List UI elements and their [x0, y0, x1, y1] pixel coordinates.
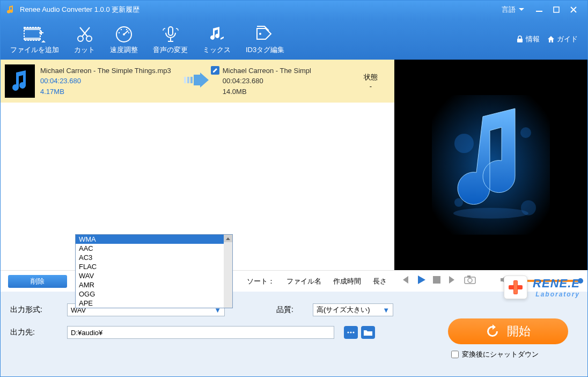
chevron-down-icon [519, 8, 524, 11]
output-dest-label: 出力先: [10, 328, 57, 337]
svg-point-10 [121, 29, 122, 30]
svg-point-6 [86, 36, 92, 41]
svg-point-8 [123, 33, 125, 35]
main-toolbar: ファイルを追加 カット 速度調整 音声の変更 ミックス ID3タグ編集 情報 ガ… [1, 19, 587, 60]
sort-by-created[interactable]: 作成時間 [333, 277, 361, 286]
brand-cross-icon [504, 276, 527, 299]
delete-button[interactable]: 削除 [8, 275, 67, 288]
voice-change-button[interactable]: 音声の変更 [145, 19, 195, 60]
format-option[interactable]: WMA [76, 235, 224, 244]
sort-by-name[interactable]: ファイル名 [286, 277, 321, 286]
file-row[interactable]: Michael Carreon - The Simple Things.mp3 … [1, 60, 394, 103]
svg-rect-25 [433, 276, 440, 284]
scroll-up-icon[interactable] [224, 235, 232, 242]
quality-combo[interactable]: 高(サイズ大きい) ▼ [313, 303, 393, 316]
sort-bar: ソート： ファイル名 作成時間 長さ [247, 277, 387, 286]
svg-point-22 [454, 198, 463, 207]
lock-icon [516, 35, 524, 43]
shutdown-checkbox[interactable]: 変換後にシャットダウン [451, 350, 539, 359]
svg-rect-13 [168, 27, 173, 35]
svg-point-9 [119, 32, 120, 33]
gauge-icon [115, 24, 133, 45]
svg-point-11 [126, 29, 127, 30]
speed-button[interactable]: 速度調整 [102, 19, 145, 60]
svg-point-27 [468, 278, 472, 282]
svg-rect-18 [190, 77, 193, 83]
svg-rect-4 [24, 38, 40, 40]
svg-point-12 [128, 32, 129, 33]
output-format-label: 出力形式: [10, 305, 57, 315]
path-more-button[interactable] [344, 326, 358, 339]
svg-rect-17 [187, 77, 189, 83]
guide-button[interactable]: ガイド [547, 34, 578, 44]
app-logo-icon [6, 5, 16, 15]
status-column: 状態 - [351, 73, 390, 90]
tag-icon [255, 24, 275, 45]
svg-rect-1 [554, 7, 559, 12]
window-title: Renee Audio Converter 1.0.0 更新履歴 [20, 5, 139, 15]
edit-icon[interactable] [211, 66, 219, 75]
scissors-icon [76, 24, 94, 45]
file-thumbnail [5, 64, 35, 98]
refresh-icon [486, 324, 499, 338]
svg-rect-0 [536, 11, 542, 12]
id3-edit-button[interactable]: ID3タグ編集 [238, 19, 292, 60]
format-option[interactable]: APE [76, 299, 224, 308]
play-button[interactable] [417, 276, 425, 286]
svg-point-20 [454, 134, 474, 153]
input-file-info: Michael Carreon - The Simple Things.mp3 … [40, 66, 171, 97]
format-option[interactable]: AMR [76, 280, 224, 289]
maximize-button[interactable] [548, 3, 565, 16]
open-folder-button[interactable] [361, 326, 375, 339]
filmstrip-plus-icon [23, 24, 47, 45]
svg-rect-34 [514, 281, 517, 294]
format-option[interactable]: FLAC [76, 262, 224, 271]
svg-point-14 [259, 33, 261, 35]
start-button[interactable]: 開始 [448, 318, 568, 344]
format-option[interactable]: WAV [76, 271, 224, 280]
preview-pane [394, 60, 587, 270]
brand-logo: RENE.E Laboratory [504, 276, 580, 299]
language-dropdown[interactable]: 言語 [502, 5, 524, 15]
svg-point-21 [520, 127, 531, 138]
sort-by-length[interactable]: 長さ [373, 277, 387, 286]
mix-button[interactable]: ミックス [195, 19, 238, 60]
svg-point-24 [453, 208, 528, 219]
quality-label: 品質: [276, 305, 303, 315]
format-option[interactable]: AC3 [76, 253, 224, 262]
svg-rect-16 [184, 77, 186, 83]
stop-button[interactable] [433, 276, 440, 286]
scrollbar[interactable] [224, 235, 232, 308]
sort-label: ソート： [247, 277, 275, 286]
info-button[interactable]: 情報 [516, 34, 540, 44]
svg-point-29 [347, 331, 349, 333]
prev-button[interactable] [401, 276, 409, 286]
titlebar: Renee Audio Converter 1.0.0 更新履歴 言語 [1, 1, 587, 19]
microphone-icon [161, 24, 180, 45]
svg-rect-3 [24, 27, 40, 30]
minimize-button[interactable] [531, 3, 548, 16]
svg-rect-28 [467, 276, 471, 278]
file-list-pane: Michael Carreon - The Simple Things.mp3 … [1, 60, 394, 270]
add-file-button[interactable]: ファイルを追加 [3, 19, 67, 60]
snapshot-button[interactable] [464, 276, 476, 286]
svg-point-5 [78, 36, 83, 41]
arrow-right-icon [184, 73, 210, 90]
svg-point-30 [350, 331, 351, 333]
chevron-down-icon: ▼ [383, 306, 389, 314]
home-icon [547, 35, 555, 43]
format-dropdown-list[interactable]: WMAAACAC3FLACWAVAMROGGAPE [75, 234, 233, 308]
music-mix-icon [208, 24, 226, 45]
svg-rect-15 [517, 39, 523, 42]
next-button[interactable] [448, 276, 457, 286]
svg-point-31 [352, 331, 354, 333]
output-file-info: Michael Carreon - The Simpl 00:04:23.680… [223, 66, 311, 97]
cut-button[interactable]: カット [67, 19, 102, 60]
format-option[interactable]: OGG [76, 289, 224, 299]
output-path-input[interactable]: D:¥audio¥ [67, 326, 334, 339]
close-button[interactable] [565, 3, 582, 16]
format-option[interactable]: AAC [76, 244, 224, 253]
